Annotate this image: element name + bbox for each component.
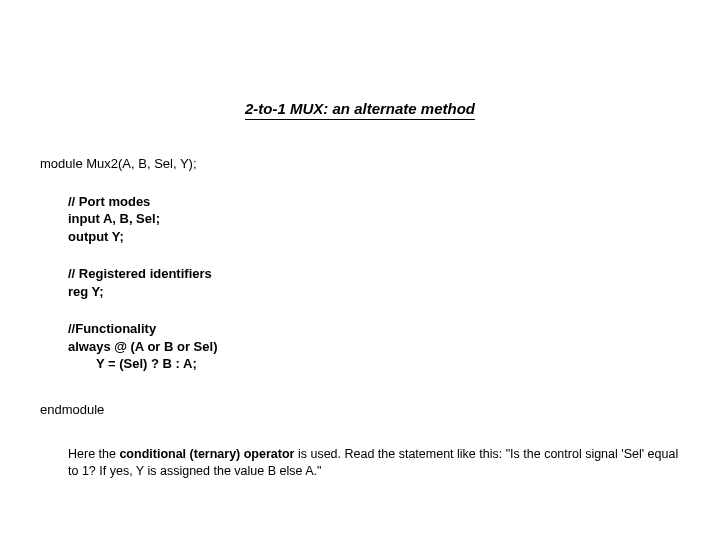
code-port-input: input A, B, Sel; bbox=[68, 210, 680, 228]
code-func-block: //Functionality always @ (A or B or Sel)… bbox=[40, 320, 680, 373]
code-port-output: output Y; bbox=[68, 228, 680, 246]
code-reg-decl: reg Y; bbox=[68, 283, 680, 301]
code-always-line: always @ (A or B or Sel) bbox=[68, 338, 680, 356]
code-func-comment: //Functionality bbox=[68, 320, 680, 338]
code-port-block: // Port modes input A, B, Sel; output Y; bbox=[40, 193, 680, 246]
slide-title: 2-to-1 MUX: an alternate method bbox=[245, 100, 475, 120]
description-paragraph: Here the conditional (ternary) operator … bbox=[68, 446, 680, 480]
code-reg-block: // Registered identifiers reg Y; bbox=[40, 265, 680, 300]
code-module-decl: module Mux2(A, B, Sel, Y); bbox=[40, 155, 680, 173]
code-endmodule: endmodule bbox=[40, 401, 680, 419]
slide-content: module Mux2(A, B, Sel, Y); // Port modes… bbox=[40, 155, 680, 480]
desc-pre: Here the bbox=[68, 447, 119, 461]
code-port-comment: // Port modes bbox=[68, 193, 680, 211]
code-assign-line: Y = (Sel) ? B : A; bbox=[96, 355, 680, 373]
code-reg-comment: // Registered identifiers bbox=[68, 265, 680, 283]
desc-bold: conditional (ternary) operator bbox=[119, 447, 294, 461]
